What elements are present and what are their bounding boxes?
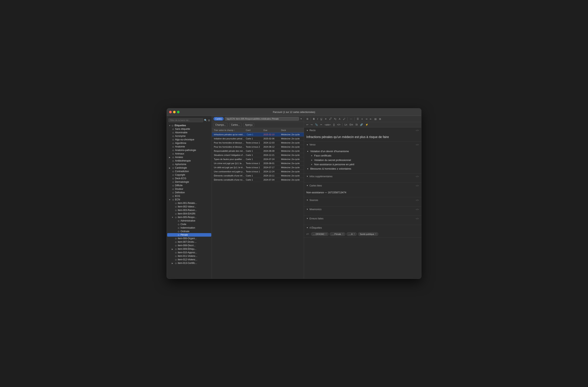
- table-row[interactable]: Pour les homicides et blessures i... Tex…: [212, 141, 304, 145]
- em-button[interactable]: Em: [349, 123, 354, 127]
- st-button[interactable]: St: [355, 123, 358, 127]
- minimize-button[interactable]: [173, 111, 176, 113]
- sidebar-item-2[interactable]: ◇ Acronyme: [167, 134, 211, 138]
- sidebar-item-9[interactable]: ◇ Antibiothérapie: [167, 159, 211, 163]
- table-button[interactable]: ⊞: [378, 117, 382, 121]
- sidebar-item-38[interactable]: ▶ ◇ item-013-Certific...: [167, 261, 211, 265]
- subscript-button[interactable]: x2: [333, 117, 337, 121]
- table-row[interactable]: Responsabilité pénale des méde... Carte …: [212, 149, 304, 153]
- code-angle-button[interactable]: </>: [336, 123, 341, 127]
- sidebar-item-25[interactable]: ▼ ◇ item-005-Respo...: [167, 215, 211, 219]
- fullscreen-button[interactable]: [177, 111, 180, 113]
- scissors-button[interactable]: ✂: [319, 123, 323, 127]
- sidebar-item-26[interactable]: ◇ Administrative: [167, 219, 211, 222]
- sidebar-item-5[interactable]: ◇ Anatomie: [167, 145, 211, 149]
- sidebar-item-37[interactable]: ◇ item-012-Violenc...: [167, 258, 211, 261]
- sidebar-item-34[interactable]: ▶ ◇ item-009-Éthiqu...: [167, 247, 211, 251]
- tag-a-remove[interactable]: ✕: [353, 233, 355, 235]
- superscript-button[interactable]: x2: [329, 117, 332, 121]
- table-row[interactable]: Une contravention est jugée par ... Text…: [212, 170, 304, 174]
- search-icon[interactable]: 🔍: [204, 119, 207, 122]
- sidebar-item-1[interactable]: ◇ Abominable: [167, 131, 211, 134]
- sidebar-item-31[interactable]: ◇ item-006-Organi...: [167, 237, 211, 240]
- sidebar-item-14[interactable]: ◇ Deck-ECG: [167, 177, 211, 180]
- sidebar-item-30[interactable]: ◇ Pénale: [167, 233, 211, 237]
- sidebar-item-10[interactable]: ◇ Aphorisme: [167, 163, 211, 166]
- cards-toggle-button[interactable]: Cartes: [213, 117, 224, 121]
- cartes-liees-code-button[interactable]: </>: [416, 185, 419, 187]
- table-row[interactable]: Un crime est jugé par {{c1::la cou... Te…: [212, 161, 304, 166]
- sidebar-item-8[interactable]: ▶ ◇ Années: [167, 155, 211, 159]
- code-braces-button[interactable]: {}: [332, 123, 336, 127]
- more-format-button[interactable]: ⋯: [349, 117, 353, 121]
- sidebar-item-16[interactable]: ◇ Difficile: [167, 184, 211, 187]
- sidebar-item-3[interactable]: ◇ Aigu-ou-chronique: [167, 138, 211, 141]
- align-button[interactable]: ▤: [374, 117, 377, 121]
- verso-header[interactable]: ▼ Verso </>: [304, 142, 421, 148]
- sidebar-item-7[interactable]: ◇ Animaux: [167, 152, 211, 155]
- strikethrough-button[interactable]: ✕: [324, 117, 328, 121]
- recto-code-button[interactable]: </>: [416, 129, 419, 131]
- abbr-button[interactable]: <abbr>: [324, 123, 332, 126]
- sidebar-item-32[interactable]: ◇ item-007-Droits-...: [167, 240, 211, 244]
- bold-button[interactable]: B: [312, 117, 315, 121]
- recto-header[interactable]: ▼ Recto </>: [304, 128, 421, 133]
- sidebar-item-28[interactable]: ◇ Indemnisation: [167, 226, 211, 230]
- table-row[interactable]: Types de fautes pour qualifier un... Car…: [212, 157, 304, 161]
- dropdown-arrow-icon[interactable]: ▼: [300, 118, 302, 120]
- sidebar-item-21[interactable]: ◇ item-001-Relatio...: [167, 201, 211, 205]
- sidebar-item-22[interactable]: ◇ item-002-Valeur...: [167, 205, 211, 208]
- undo-button[interactable]: ↩: [306, 123, 309, 127]
- mnemonics-code-button[interactable]: </>: [416, 208, 419, 211]
- sidebar-search-input[interactable]: [168, 118, 203, 122]
- sidebar-item-11[interactable]: ▶ ◇ Cardiologie: [167, 166, 211, 170]
- sidebar-item-6[interactable]: ◇ Anatomo-pathologie: [167, 149, 211, 152]
- table-row[interactable]: Infractions pénales qu'un médeci... Cart…: [212, 132, 304, 137]
- close-button[interactable]: [169, 111, 172, 113]
- line-break-button[interactable]: Ln: [344, 123, 348, 127]
- tag-sante-publique-remove[interactable]: ✕: [375, 233, 377, 235]
- tag-dfasm2-remove[interactable]: ✕: [325, 233, 327, 235]
- infos-code-button[interactable]: </>: [416, 175, 419, 178]
- sidebar-item-0[interactable]: ◇ Sans étiquette: [167, 127, 211, 131]
- apercu-button[interactable]: Aperçu: [243, 123, 254, 127]
- etiquettes-header[interactable]: ▼ 4 Étiquettes: [304, 225, 421, 231]
- symbol-button[interactable]: ⚡: [365, 123, 369, 127]
- sidebar-item-4[interactable]: ◇ Algorithme: [167, 141, 211, 145]
- redo-button[interactable]: ↪: [310, 123, 314, 127]
- indent-button[interactable]: ⇥: [365, 117, 368, 121]
- sidebar-item-33[interactable]: ◇ item-008-Discri...: [167, 244, 211, 247]
- underline-button[interactable]: U: [320, 117, 323, 121]
- sidebar-item-18[interactable]: ◇ Définition: [167, 191, 211, 194]
- sidebar-layout-icon[interactable]: ⊞: [208, 119, 210, 122]
- infos-header[interactable]: ▼ Infos supplémentaires </>: [304, 173, 421, 179]
- sidebar-item-13[interactable]: ◇ Copyright: [167, 173, 211, 177]
- list-ordered-button[interactable]: ≡: [361, 117, 364, 121]
- font-color-button[interactable]: A: [338, 117, 341, 121]
- sources-header[interactable]: ▼ Sources </>: [304, 197, 421, 203]
- table-row[interactable]: Un délit est jugé par {{c1::le tribu... …: [212, 166, 304, 170]
- sources-code-button[interactable]: </>: [416, 199, 419, 201]
- table-row[interactable]: Situations créant l'obligation d'as... C…: [212, 153, 304, 157]
- sidebar-item-27[interactable]: ◇ Civile: [167, 222, 211, 226]
- sidebar-item-etiquettes[interactable]: ▼ ◇ Étiquettes: [167, 124, 211, 127]
- champs-button[interactable]: Champs...: [213, 123, 228, 127]
- sidebar-item-36[interactable]: ◇ item-011-Violenc...: [167, 254, 211, 258]
- sidebar-item-15[interactable]: ◇ Dermatologie: [167, 180, 211, 184]
- list-unordered-button[interactable]: ☰: [356, 117, 360, 121]
- sidebar-item-12[interactable]: ◇ Contradiction: [167, 170, 211, 173]
- erreurs-code-button[interactable]: </>: [416, 217, 419, 220]
- table-row[interactable]: Initiative des poursuites pénales ... Ca…: [212, 137, 304, 141]
- sidebar-item-24[interactable]: ◇ item-004-EIASRi: [167, 212, 211, 215]
- cartes-liees-header[interactable]: ▼ Cartes liées </>: [304, 183, 421, 189]
- sidebar-item-17[interactable]: ◇ Douleur: [167, 187, 211, 191]
- gear-button[interactable]: ⚙: [306, 117, 309, 121]
- mnemonics-header[interactable]: ▼ Mnemonics </>: [304, 206, 421, 212]
- table-row[interactable]: Pour les homicides et blessures i... Tex…: [212, 145, 304, 149]
- outdent-button[interactable]: ⇤: [369, 117, 373, 121]
- sidebar-item-29[interactable]: ◇ Ordinale: [167, 230, 211, 233]
- sidebar-item-20[interactable]: ▼ ◇ ECN: [167, 198, 211, 201]
- sidebar-item-35[interactable]: ◇ item-010-Approc...: [167, 251, 211, 254]
- sidebar-item-23[interactable]: ◇ item-003-Raison...: [167, 208, 211, 212]
- link-button[interactable]: 🔗: [359, 123, 364, 127]
